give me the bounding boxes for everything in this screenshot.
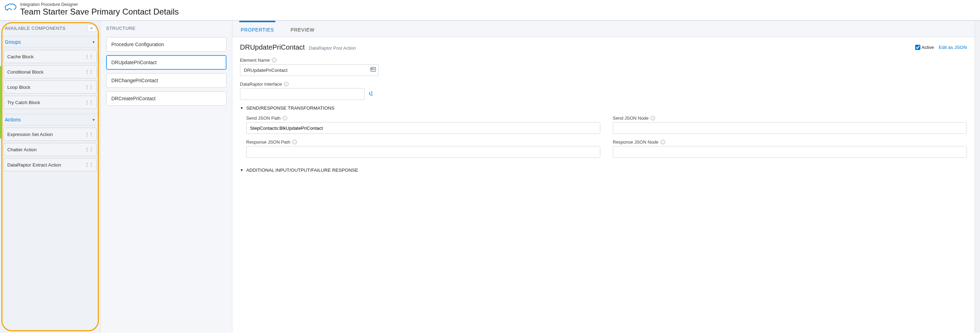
actions-list: Expression Set Action ⋮⋮ Chatter Action … (0, 126, 100, 176)
tab-properties[interactable]: PROPERTIES (239, 21, 275, 37)
element-name-input[interactable] (240, 64, 379, 76)
component-label: Conditional Block (7, 69, 43, 75)
send-json-node-input[interactable] (613, 122, 967, 134)
info-icon[interactable]: i (284, 82, 288, 86)
active-checkbox[interactable] (915, 45, 920, 50)
section-additional-io-label: ADDITIONAL INPUT/OUTPUT/FAILURE RESPONSE (246, 167, 358, 173)
properties-panel: PROPERTIES PREVIEW DRUpdatePriContact Da… (232, 21, 974, 333)
component-expression-set-action[interactable]: Expression Set Action ⋮⋮ (3, 127, 97, 141)
id-card-icon[interactable] (371, 67, 376, 73)
groups-section-header[interactable]: Groups ▼ (0, 36, 100, 48)
send-json-node-label: Send JSON Node (613, 116, 649, 121)
groups-list: Cache Block ⋮⋮ Conditional Block ⋮⋮ Loop… (0, 48, 100, 114)
response-json-node-label: Response JSON Node (613, 139, 659, 145)
active-checkbox-wrapper[interactable]: Active (915, 45, 934, 50)
scrollbar[interactable] (974, 21, 980, 333)
structure-item-procedure-config[interactable]: Procedure Configuration (106, 37, 226, 52)
drag-handle-icon[interactable]: ⋮⋮ (84, 54, 93, 59)
header-eyebrow: Integration Procedure Designer (20, 2, 179, 7)
page-header: Integration Procedure Designer Team Star… (0, 0, 980, 21)
dr-interface-input[interactable] (240, 88, 365, 100)
component-dataraptor-extract-action[interactable]: DataRaptor Extract Action ⋮⋮ (3, 158, 97, 171)
green-accent-bar (0, 66, 2, 139)
cloud-logo-icon (4, 3, 18, 16)
element-name-label: Element Name (240, 57, 270, 63)
section-send-response[interactable]: ▼ SEND/RESPONSE TRANSFORMATIONS (240, 105, 967, 111)
component-label: Loop Block (7, 84, 30, 90)
available-components-label: AVAILABLE COMPONENTS (5, 25, 65, 31)
info-icon[interactable]: i (292, 140, 297, 144)
response-json-path-input[interactable] (246, 146, 600, 158)
component-label: DataRaptor Extract Action (7, 163, 61, 167)
open-link-icon[interactable] (368, 91, 373, 97)
info-icon[interactable]: i (283, 116, 287, 120)
chevron-double-left-icon: « (91, 25, 93, 30)
component-try-catch-block[interactable]: Try Catch Block ⋮⋮ (3, 96, 97, 109)
drag-handle-icon[interactable]: ⋮⋮ (84, 84, 93, 90)
send-json-path-label: Send JSON Path (246, 116, 280, 121)
edit-as-json-link[interactable]: Edit as JSON (939, 45, 967, 50)
collapse-panel-button[interactable]: « (87, 24, 96, 32)
selected-element-type: DataRaptor Post Action (309, 45, 356, 51)
actions-section-header[interactable]: Actions ▼ (0, 114, 100, 126)
component-cache-block[interactable]: Cache Block ⋮⋮ (3, 50, 97, 63)
info-icon[interactable]: i (272, 58, 276, 62)
main-layout: AVAILABLE COMPONENTS « Groups ▼ Cache Bl… (0, 21, 980, 333)
caret-down-icon: ▼ (92, 118, 95, 122)
triangle-down-icon: ▼ (240, 106, 243, 110)
section-additional-io[interactable]: ▼ ADDITIONAL INPUT/OUTPUT/FAILURE RESPON… (240, 167, 967, 173)
svg-rect-1 (371, 69, 373, 70)
component-label: Expression Set Action (7, 132, 53, 137)
response-json-path-label: Response JSON Path (246, 139, 290, 145)
dr-interface-label: DataRaptor Interface (240, 81, 282, 87)
structure-item-drupdatepricontact[interactable]: DRUpdatePriContact (106, 55, 226, 70)
section-send-response-label: SEND/RESPONSE TRANSFORMATIONS (246, 105, 335, 111)
drag-handle-icon[interactable]: ⋮⋮ (84, 147, 93, 152)
selected-element-name: DRUpdatePriContact (240, 43, 305, 51)
component-conditional-block[interactable]: Conditional Block ⋮⋮ (3, 65, 97, 78)
component-label: Try Catch Block (7, 100, 40, 105)
groups-section-label: Groups (5, 39, 21, 45)
tab-preview[interactable]: PREVIEW (289, 21, 316, 37)
component-chatter-action[interactable]: Chatter Action ⋮⋮ (3, 143, 97, 156)
drag-handle-icon[interactable]: ⋮⋮ (84, 69, 93, 75)
actions-section-label: Actions (5, 117, 21, 123)
drag-handle-icon[interactable]: ⋮⋮ (84, 100, 93, 105)
triangle-down-icon: ▼ (240, 168, 243, 172)
structure-item-drchangepricontact[interactable]: DRChangePriContact (106, 73, 226, 88)
structure-panel: STRUCTURE Procedure Configuration DRUpda… (100, 21, 232, 333)
component-label: Cache Block (7, 54, 33, 59)
structure-header-label: STRUCTURE (100, 21, 232, 36)
component-label: Chatter Action (7, 147, 37, 152)
send-json-path-input[interactable] (246, 122, 600, 134)
active-label: Active (922, 45, 934, 50)
structure-list: Procedure Configuration DRUpdatePriConta… (100, 36, 232, 107)
response-json-node-input[interactable] (613, 146, 967, 158)
properties-tab-bar: PROPERTIES PREVIEW (232, 21, 974, 37)
drag-handle-icon[interactable]: ⋮⋮ (84, 162, 93, 167)
info-icon[interactable]: i (651, 116, 655, 120)
caret-down-icon: ▼ (92, 40, 95, 44)
structure-item-drcreatepricontact[interactable]: DRCreatePriContact (106, 91, 226, 106)
available-components-panel: AVAILABLE COMPONENTS « Groups ▼ Cache Bl… (0, 21, 100, 333)
drag-handle-icon[interactable]: ⋮⋮ (84, 131, 93, 137)
page-title: Team Starter Save Primary Contact Detail… (20, 7, 179, 17)
component-loop-block[interactable]: Loop Block ⋮⋮ (3, 80, 97, 94)
info-icon[interactable]: i (660, 140, 665, 144)
